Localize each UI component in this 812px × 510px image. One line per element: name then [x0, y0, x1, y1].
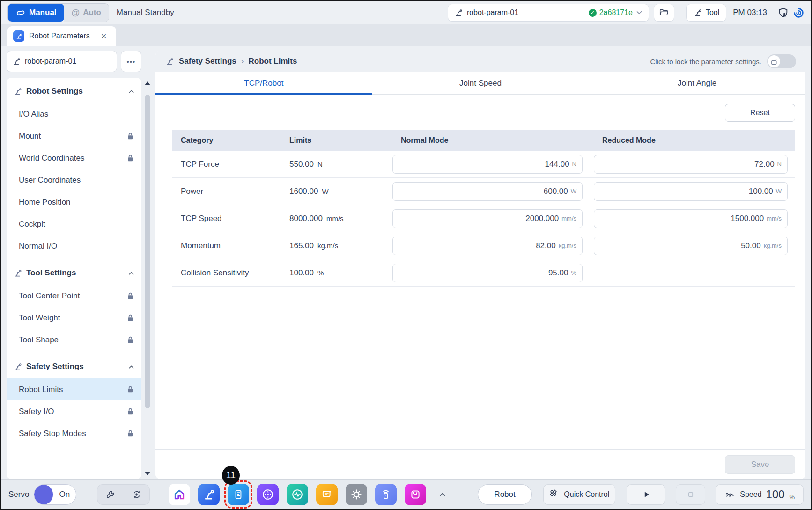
robot-sim-toggle[interactable]: Robot [478, 484, 532, 505]
mode-switch: Manual @ Auto [7, 3, 109, 22]
chevron-up-icon [128, 363, 135, 370]
collapse-dock-button[interactable] [438, 491, 447, 498]
limit-tabs: TCP/Robot Joint Speed Joint Angle [155, 72, 805, 95]
tool-button[interactable]: Tool [686, 4, 726, 22]
auto-icon: @ [72, 8, 80, 18]
auto-mode-label: Auto [83, 8, 101, 17]
lock-icon [127, 336, 134, 343]
speedometer-icon [724, 489, 736, 500]
lock-icon [127, 155, 134, 162]
sidebar-group-robot-settings[interactable]: Robot Settings [7, 80, 141, 103]
close-tab-icon[interactable]: × [101, 31, 107, 42]
save-button[interactable]: Save [725, 455, 795, 474]
sidebar-item-tool-center-point[interactable]: Tool Center Point [7, 285, 141, 307]
sidebar-item-tool-shape[interactable]: Tool Shape [7, 329, 141, 351]
sidebar-item-safety-io[interactable]: Safety I/O [7, 400, 141, 422]
chevron-up-icon [128, 88, 135, 95]
col-reduced-mode: Reduced Mode [594, 136, 795, 145]
tab-joint-angle[interactable]: Joint Angle [589, 72, 805, 94]
parameter-file-pill[interactable]: robot-param-01 ✓ 2a68171e [448, 4, 649, 22]
settings-app-icon[interactable] [346, 484, 367, 505]
tab-robot-parameters[interactable]: Robot Parameters × [7, 26, 116, 46]
stop-button[interactable] [676, 484, 705, 505]
jog-app-icon[interactable] [257, 484, 279, 505]
store-app-icon[interactable] [405, 484, 426, 505]
open-file-button[interactable] [654, 4, 674, 22]
monitoring-app-icon[interactable] [287, 484, 308, 505]
commit-status[interactable]: ✓ 2a68171e [589, 8, 643, 17]
speed-value: 100 [766, 488, 785, 501]
parameter-lock-toggle[interactable] [767, 54, 796, 68]
shield-user-icon [777, 7, 789, 19]
robot-toggle-label: Robot [478, 485, 532, 504]
manual-mode-label: Manual [29, 8, 57, 17]
param-name-field[interactable]: robot-param-01 [7, 51, 117, 72]
wrench-icon [105, 489, 116, 500]
servo-toggle[interactable]: On [34, 484, 76, 505]
sidebar-item-mount[interactable]: Mount [7, 125, 141, 147]
scrollbar-thumb[interactable] [145, 95, 150, 408]
sidebar-item-tool-weight[interactable]: Tool Weight [7, 307, 141, 329]
more-options-button[interactable]: ••• [121, 51, 141, 72]
sidebar-group-tool-settings[interactable]: Tool Settings [7, 261, 141, 285]
auto-mode-button[interactable]: @ Auto [64, 4, 109, 22]
update-button[interactable] [124, 485, 149, 504]
sidebar-group-safety-settings[interactable]: Safety Settings [7, 355, 141, 378]
dock-tools [97, 484, 150, 505]
tab-tcp-robot[interactable]: TCP/Robot [155, 72, 372, 94]
home-app-icon[interactable] [169, 484, 190, 505]
jog-dpad-icon [261, 488, 274, 501]
robot-params-app-icon[interactable] [198, 484, 220, 505]
remote-app-icon[interactable] [375, 484, 397, 505]
robot-icon [13, 268, 22, 278]
sidebar-item-normal-io[interactable]: Normal I/O [7, 235, 141, 257]
sidebar-item-io-alias[interactable]: I/O Alias [7, 103, 141, 125]
sidebar: robot-param-01 ••• Robot Settings I/O Al… [7, 51, 141, 479]
power-normal-input[interactable]: 600.00W [392, 182, 583, 201]
log-app-icon[interactable] [316, 484, 338, 505]
divider [7, 353, 141, 353]
chevron-up-icon [438, 491, 447, 498]
robot-icon [13, 362, 22, 371]
power-reduced-input[interactable]: 100.00W [594, 182, 788, 201]
speed-control[interactable]: Speed 100 % [716, 484, 804, 505]
collision-sensitivity-normal-input[interactable]: 95.00% [392, 264, 583, 282]
tcp-speed-reduced-input[interactable]: 1500.000mm/s [594, 209, 788, 228]
limits-table: Category Limits Normal Mode Reduced Mode… [172, 130, 795, 287]
task-writer-app-icon[interactable] [228, 484, 249, 505]
maintenance-button[interactable] [97, 485, 123, 504]
sidebar-item-world-coordinates[interactable]: World Coordinates [7, 147, 141, 169]
reset-button[interactable]: Reset [725, 104, 795, 122]
scrollbar-track[interactable] [145, 87, 150, 470]
bottom-dock: Servo On 11 [1, 479, 811, 509]
tab-joint-speed[interactable]: Joint Speed [372, 72, 589, 94]
user-security-button[interactable] [777, 7, 789, 19]
col-limits: Limits [281, 136, 392, 145]
momentum-normal-input[interactable]: 82.00kg.m/s [392, 237, 583, 255]
tcp-force-normal-input[interactable]: 144.00N [392, 155, 583, 174]
momentum-reduced-input[interactable]: 50.00kg.m/s [594, 237, 788, 255]
sidebar-item-user-coordinates[interactable]: User Coordinates [7, 169, 141, 191]
servo-state-label: On [53, 485, 76, 504]
robot-icon [454, 8, 463, 17]
recovery-button[interactable] [793, 7, 805, 19]
robot-icon [165, 57, 174, 66]
scroll-up-arrow[interactable] [145, 81, 150, 85]
play-icon [641, 489, 651, 500]
unlock-icon [768, 55, 780, 67]
lock-icon [127, 430, 134, 437]
sidebar-item-safety-stop-modes[interactable]: Safety Stop Modes [7, 422, 141, 444]
play-button[interactable] [627, 484, 665, 505]
breadcrumb-safety-settings[interactable]: Safety Settings [179, 57, 236, 66]
tcp-force-reduced-input[interactable]: 72.00N [594, 155, 788, 174]
sidebar-item-cockpit[interactable]: Cockpit [7, 213, 141, 235]
scroll-down-arrow[interactable] [145, 472, 150, 475]
quick-control-button[interactable]: Quick Control [543, 484, 615, 505]
sidebar-scrollbar[interactable] [144, 78, 151, 479]
tcp-speed-normal-input[interactable]: 2000.000mm/s [392, 209, 583, 228]
sidebar-item-home-position[interactable]: Home Position [7, 191, 141, 213]
manual-mode-button[interactable]: Manual [8, 4, 64, 22]
speed-label: Speed [740, 490, 761, 499]
sidebar-item-robot-limits[interactable]: Robot Limits [7, 378, 141, 400]
top-bar: Manual @ Auto Manual Standby robot-param… [1, 1, 811, 24]
